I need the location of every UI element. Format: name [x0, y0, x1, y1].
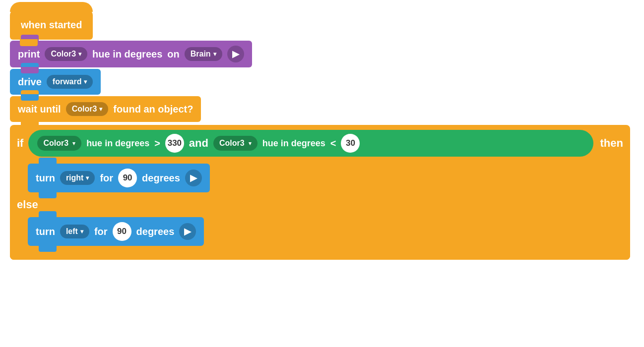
and-label: and [189, 137, 208, 150]
brain-dropdown[interactable]: Brain ▾ [185, 47, 222, 61]
scratch-program: when started print Color3 ▾ hue in degre… [10, 10, 634, 260]
caret-icon: ▾ [78, 51, 81, 58]
if-header: if Color3 ▾ hue in degrees > 330 and Col… [10, 125, 630, 162]
play-icon-3: ▶ [184, 226, 191, 237]
turn-right-block: turn right ▾ for 90 degrees ▶ [28, 164, 210, 192]
hue-label-2: hue in degrees [86, 138, 149, 149]
found-object-label: found an object? [113, 104, 193, 115]
print-block: print Color3 ▾ hue in degrees on Brain ▾… [10, 41, 252, 67]
if-body: turn right ▾ for 90 degrees ▶ [10, 162, 630, 194]
else-body: turn left ▾ for 90 degrees ▶ [10, 215, 630, 248]
caret-icon-3: ▾ [84, 78, 87, 85]
play-button-3[interactable]: ▶ [179, 223, 196, 240]
play-button-2[interactable]: ▶ [185, 170, 202, 186]
gt-symbol: > [154, 138, 160, 149]
play-icon-1: ▶ [232, 49, 239, 59]
wait-until-label: wait until [18, 104, 61, 115]
value-90-2: 90 [113, 222, 131, 241]
caret-icon-6: ▾ [249, 140, 252, 147]
caret-icon-8: ▾ [80, 228, 83, 235]
turn-label-1: turn [36, 173, 55, 184]
for-label-2: for [94, 226, 108, 237]
if-else-container: if Color3 ▾ hue in degrees > 330 and Col… [10, 125, 630, 260]
on-label: on [167, 49, 179, 60]
right-dropdown[interactable]: right ▾ [60, 171, 95, 185]
wait-until-block: wait until Color3 ▾ found an object? [10, 96, 201, 122]
caret-icon-2: ▾ [213, 51, 216, 58]
color3-pill-right[interactable]: Color3 ▾ [213, 136, 258, 151]
hue-label-3: hue in degrees [262, 138, 325, 149]
color3-dropdown-1[interactable]: Color3 ▾ [45, 47, 87, 61]
play-button-1[interactable]: ▶ [227, 46, 244, 62]
when-started-label: when started [21, 19, 82, 31]
color3-pill-left[interactable]: Color3 ▾ [37, 136, 81, 151]
caret-icon-4: ▾ [99, 106, 102, 113]
degrees-label-1: degrees [142, 173, 180, 184]
forward-dropdown[interactable]: forward ▾ [47, 75, 93, 89]
caret-icon-7: ▾ [86, 174, 89, 181]
for-label-1: for [100, 173, 113, 184]
play-icon-2: ▶ [190, 173, 197, 183]
left-dropdown[interactable]: left ▾ [60, 225, 89, 238]
hue-label-1: hue in degrees [92, 49, 162, 60]
value-330: 330 [165, 134, 184, 153]
caret-icon-5: ▾ [72, 140, 75, 147]
turn-left-block: turn left ▾ for 90 degrees ▶ [28, 217, 204, 246]
condition-block: Color3 ▾ hue in degrees > 330 and Color3… [28, 130, 593, 157]
turn-label-2: turn [36, 226, 55, 237]
color3-dropdown-2[interactable]: Color3 ▾ [66, 102, 109, 116]
else-label: else [10, 194, 630, 215]
value-90-1: 90 [118, 169, 137, 187]
drive-label: drive [18, 76, 42, 88]
value-30: 30 [341, 134, 360, 153]
if-label: if [17, 137, 23, 150]
print-label: print [18, 49, 40, 60]
lt-symbol: < [330, 138, 336, 149]
then-label: then [600, 137, 623, 150]
degrees-label-2: degrees [136, 226, 175, 237]
